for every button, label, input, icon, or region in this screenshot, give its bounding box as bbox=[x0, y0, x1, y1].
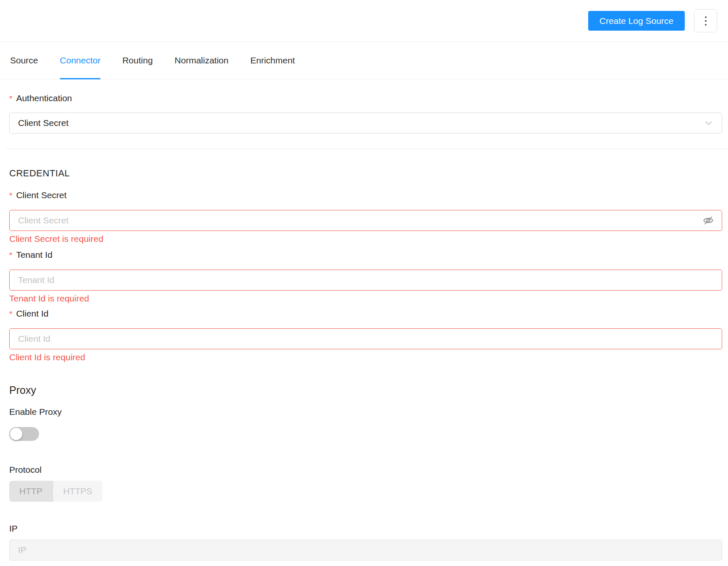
tab-source[interactable]: Source bbox=[10, 42, 38, 79]
client-id-label: * Client Id bbox=[9, 309, 722, 319]
client-id-input-wrap bbox=[9, 328, 722, 349]
required-asterisk: * bbox=[9, 309, 12, 319]
tenant-id-input-wrap bbox=[9, 270, 722, 291]
client-id-label-text: Client Id bbox=[16, 309, 48, 318]
section-divider bbox=[6, 149, 728, 149]
tenant-id-label-text: Tenant Id bbox=[16, 250, 52, 259]
authentication-label-text: Authentication bbox=[16, 93, 72, 103]
ip-input-wrap bbox=[9, 540, 722, 561]
log-source-config-page: Create Log Source Source Connector Routi… bbox=[0, 0, 728, 561]
authentication-select[interactable]: Client Secret bbox=[9, 113, 722, 134]
required-asterisk: * bbox=[9, 250, 12, 260]
more-actions-button[interactable] bbox=[694, 9, 717, 32]
enable-proxy-toggle[interactable] bbox=[9, 427, 39, 441]
toggle-knob bbox=[10, 428, 22, 440]
client-secret-input[interactable] bbox=[9, 210, 722, 231]
ip-input bbox=[9, 540, 722, 561]
client-secret-label: * Client Secret bbox=[9, 190, 722, 200]
required-asterisk: * bbox=[9, 94, 12, 103]
protocol-label: Protocol bbox=[9, 465, 722, 474]
authentication-label: * Authentication bbox=[9, 93, 722, 103]
authentication-selected-value: Client Secret bbox=[18, 118, 68, 128]
client-id-error: Client Id is required bbox=[9, 352, 722, 362]
enable-proxy-label: Enable Proxy bbox=[9, 407, 722, 417]
client-secret-error: Client Secret is required bbox=[9, 234, 722, 244]
protocol-http-button: HTTP bbox=[9, 481, 53, 502]
ip-label: IP bbox=[9, 524, 722, 533]
client-secret-label-text: Client Secret bbox=[16, 190, 66, 200]
tab-routing[interactable]: Routing bbox=[122, 42, 152, 79]
vertical-ellipsis-icon bbox=[705, 16, 707, 26]
tenant-id-input[interactable] bbox=[9, 270, 722, 291]
eye-invisible-icon[interactable] bbox=[703, 215, 714, 226]
tab-normalization[interactable]: Normalization bbox=[175, 42, 228, 79]
protocol-segmented-control: HTTP HTTPS bbox=[9, 481, 102, 502]
topbar: Create Log Source bbox=[0, 0, 728, 42]
tenant-id-label: * Tenant Id bbox=[9, 250, 722, 260]
tab-connector[interactable]: Connector bbox=[60, 42, 101, 79]
proxy-section-title: Proxy bbox=[9, 384, 722, 396]
chevron-down-icon bbox=[704, 118, 713, 128]
client-secret-input-wrap bbox=[9, 210, 722, 231]
credential-section-title: CREDENTIAL bbox=[9, 168, 722, 178]
protocol-https-button: HTTPS bbox=[53, 481, 102, 502]
tab-bar: Source Connector Routing Normalization E… bbox=[0, 42, 728, 79]
client-id-input[interactable] bbox=[9, 328, 722, 349]
tab-enrichment[interactable]: Enrichment bbox=[250, 42, 295, 79]
tenant-id-error: Tenant Id is required bbox=[9, 293, 722, 303]
connector-form: * Authentication Client Secret CREDENTIA… bbox=[0, 93, 728, 561]
create-log-source-button[interactable]: Create Log Source bbox=[588, 11, 685, 31]
required-asterisk: * bbox=[9, 191, 12, 200]
